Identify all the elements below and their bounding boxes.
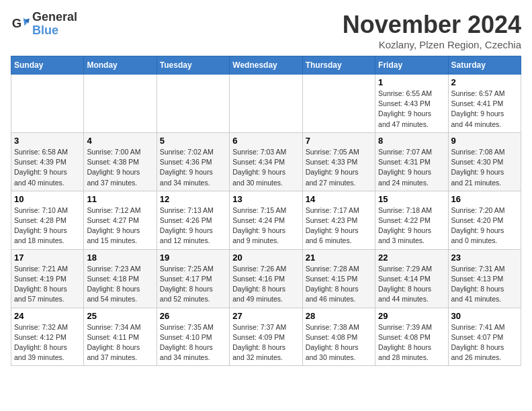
day-info: Sunrise: 7:25 AM Sunset: 4:17 PM Dayligh…: [160, 264, 226, 305]
day-number: 4: [87, 136, 153, 146]
day-info: Sunrise: 7:05 AM Sunset: 4:33 PM Dayligh…: [306, 147, 372, 188]
day-cell: 5Sunrise: 7:02 AM Sunset: 4:36 PM Daylig…: [157, 132, 229, 191]
day-number: 11: [87, 194, 153, 204]
day-number: 13: [232, 194, 299, 204]
day-cell: 29Sunrise: 7:39 AM Sunset: 4:08 PM Dayli…: [375, 308, 448, 366]
day-info: Sunrise: 7:39 AM Sunset: 4:08 PM Dayligh…: [378, 322, 445, 363]
day-number: 27: [232, 311, 299, 321]
day-info: Sunrise: 7:02 AM Sunset: 4:36 PM Dayligh…: [160, 147, 226, 188]
day-cell: 23Sunrise: 7:31 AM Sunset: 4:13 PM Dayli…: [448, 249, 521, 308]
week-row-1: 1Sunrise: 6:55 AM Sunset: 4:43 PM Daylig…: [11, 75, 521, 133]
day-cell: 30Sunrise: 7:41 AM Sunset: 4:07 PM Dayli…: [448, 308, 521, 366]
day-number: 28: [306, 311, 372, 321]
day-cell: [302, 75, 375, 133]
day-info: Sunrise: 7:37 AM Sunset: 4:09 PM Dayligh…: [232, 322, 299, 363]
day-number: 9: [451, 136, 518, 146]
day-number: 5: [160, 136, 226, 146]
day-number: 8: [378, 136, 445, 146]
day-number: 20: [232, 253, 299, 263]
day-cell: 9Sunrise: 7:08 AM Sunset: 4:30 PM Daylig…: [448, 132, 521, 191]
day-number: 12: [160, 194, 226, 204]
day-cell: 28Sunrise: 7:38 AM Sunset: 4:08 PM Dayli…: [302, 308, 375, 366]
day-info: Sunrise: 7:03 AM Sunset: 4:34 PM Dayligh…: [232, 147, 299, 188]
day-cell: 15Sunrise: 7:18 AM Sunset: 4:22 PM Dayli…: [375, 191, 448, 249]
day-cell: 16Sunrise: 7:20 AM Sunset: 4:20 PM Dayli…: [448, 191, 521, 249]
day-cell: 3Sunrise: 6:58 AM Sunset: 4:39 PM Daylig…: [11, 132, 84, 191]
day-number: 29: [378, 311, 445, 321]
day-info: Sunrise: 7:31 AM Sunset: 4:13 PM Dayligh…: [451, 264, 518, 305]
day-cell: 11Sunrise: 7:12 AM Sunset: 4:27 PM Dayli…: [84, 191, 157, 249]
day-info: Sunrise: 7:21 AM Sunset: 4:19 PM Dayligh…: [14, 264, 81, 305]
day-cell: 14Sunrise: 7:17 AM Sunset: 4:23 PM Dayli…: [302, 191, 375, 249]
location: Kozlany, Plzen Region, Czechia: [343, 39, 521, 50]
day-number: 26: [160, 311, 226, 321]
day-number: 25: [87, 311, 153, 321]
calendar-table: SundayMondayTuesdayWednesdayThursdayFrid…: [11, 56, 521, 366]
day-info: Sunrise: 7:38 AM Sunset: 4:08 PM Dayligh…: [306, 322, 372, 363]
day-info: Sunrise: 6:58 AM Sunset: 4:39 PM Dayligh…: [14, 147, 81, 188]
day-number: 21: [306, 253, 372, 263]
day-cell: 27Sunrise: 7:37 AM Sunset: 4:09 PM Dayli…: [230, 308, 302, 366]
day-info: Sunrise: 7:13 AM Sunset: 4:26 PM Dayligh…: [160, 205, 226, 246]
day-info: Sunrise: 7:10 AM Sunset: 4:28 PM Dayligh…: [14, 205, 81, 246]
day-info: Sunrise: 7:32 AM Sunset: 4:12 PM Dayligh…: [14, 322, 81, 363]
day-cell: 25Sunrise: 7:34 AM Sunset: 4:11 PM Dayli…: [84, 308, 157, 366]
svg-text:G: G: [12, 15, 22, 30]
day-cell: 18Sunrise: 7:23 AM Sunset: 4:18 PM Dayli…: [84, 249, 157, 308]
week-row-3: 10Sunrise: 7:10 AM Sunset: 4:28 PM Dayli…: [11, 191, 521, 249]
weekday-friday: Friday: [375, 56, 448, 75]
day-info: Sunrise: 7:26 AM Sunset: 4:16 PM Dayligh…: [232, 264, 299, 305]
title-block: November 2024 Kozlany, Plzen Region, Cze…: [343, 11, 521, 50]
day-info: Sunrise: 6:57 AM Sunset: 4:41 PM Dayligh…: [451, 89, 518, 130]
day-cell: 6Sunrise: 7:03 AM Sunset: 4:34 PM Daylig…: [230, 132, 302, 191]
day-info: Sunrise: 6:55 AM Sunset: 4:43 PM Dayligh…: [378, 89, 445, 130]
day-number: 1: [378, 77, 445, 87]
day-info: Sunrise: 7:08 AM Sunset: 4:30 PM Dayligh…: [451, 147, 518, 188]
day-number: 15: [378, 194, 445, 204]
day-number: 23: [451, 253, 518, 263]
day-cell: 12Sunrise: 7:13 AM Sunset: 4:26 PM Dayli…: [157, 191, 229, 249]
day-number: 19: [160, 253, 226, 263]
day-info: Sunrise: 7:20 AM Sunset: 4:20 PM Dayligh…: [451, 205, 518, 246]
day-info: Sunrise: 7:35 AM Sunset: 4:10 PM Dayligh…: [160, 322, 226, 363]
day-number: 16: [451, 194, 518, 204]
day-info: Sunrise: 7:28 AM Sunset: 4:15 PM Dayligh…: [306, 264, 372, 305]
week-row-4: 17Sunrise: 7:21 AM Sunset: 4:19 PM Dayli…: [11, 249, 521, 308]
day-cell: 21Sunrise: 7:28 AM Sunset: 4:15 PM Dayli…: [302, 249, 375, 308]
weekday-thursday: Thursday: [302, 56, 375, 75]
day-info: Sunrise: 7:15 AM Sunset: 4:24 PM Dayligh…: [232, 205, 299, 246]
day-info: Sunrise: 7:29 AM Sunset: 4:14 PM Dayligh…: [378, 264, 445, 305]
day-cell: [230, 75, 302, 133]
day-cell: 26Sunrise: 7:35 AM Sunset: 4:10 PM Dayli…: [157, 308, 229, 366]
day-info: Sunrise: 7:17 AM Sunset: 4:23 PM Dayligh…: [306, 205, 372, 246]
logo-text: General Blue: [32, 11, 77, 38]
day-cell: 4Sunrise: 7:00 AM Sunset: 4:38 PM Daylig…: [84, 132, 157, 191]
weekday-sunday: Sunday: [11, 56, 84, 75]
day-cell: [157, 75, 229, 133]
day-info: Sunrise: 7:00 AM Sunset: 4:38 PM Dayligh…: [87, 147, 153, 188]
day-number: 6: [232, 136, 299, 146]
day-cell: 19Sunrise: 7:25 AM Sunset: 4:17 PM Dayli…: [157, 249, 229, 308]
day-info: Sunrise: 7:18 AM Sunset: 4:22 PM Dayligh…: [378, 205, 445, 246]
day-cell: 13Sunrise: 7:15 AM Sunset: 4:24 PM Dayli…: [230, 191, 302, 249]
day-number: 2: [451, 77, 518, 87]
day-info: Sunrise: 7:07 AM Sunset: 4:31 PM Dayligh…: [378, 147, 445, 188]
weekday-saturday: Saturday: [448, 56, 521, 75]
day-number: 22: [378, 253, 445, 263]
day-cell: 10Sunrise: 7:10 AM Sunset: 4:28 PM Dayli…: [11, 191, 84, 249]
logo: G General Blue: [11, 11, 77, 38]
day-cell: 24Sunrise: 7:32 AM Sunset: 4:12 PM Dayli…: [11, 308, 84, 366]
weekday-monday: Monday: [84, 56, 157, 75]
day-info: Sunrise: 7:12 AM Sunset: 4:27 PM Dayligh…: [87, 205, 153, 246]
week-row-5: 24Sunrise: 7:32 AM Sunset: 4:12 PM Dayli…: [11, 308, 521, 366]
day-cell: 17Sunrise: 7:21 AM Sunset: 4:19 PM Dayli…: [11, 249, 84, 308]
day-number: 14: [306, 194, 372, 204]
weekday-header-row: SundayMondayTuesdayWednesdayThursdayFrid…: [11, 56, 521, 75]
calendar-body: 1Sunrise: 6:55 AM Sunset: 4:43 PM Daylig…: [11, 75, 521, 366]
logo-icon: G: [11, 15, 30, 34]
day-number: 18: [87, 253, 153, 263]
day-info: Sunrise: 7:23 AM Sunset: 4:18 PM Dayligh…: [87, 264, 153, 305]
day-cell: 7Sunrise: 7:05 AM Sunset: 4:33 PM Daylig…: [302, 132, 375, 191]
day-number: 30: [451, 311, 518, 321]
day-cell: [11, 75, 84, 133]
